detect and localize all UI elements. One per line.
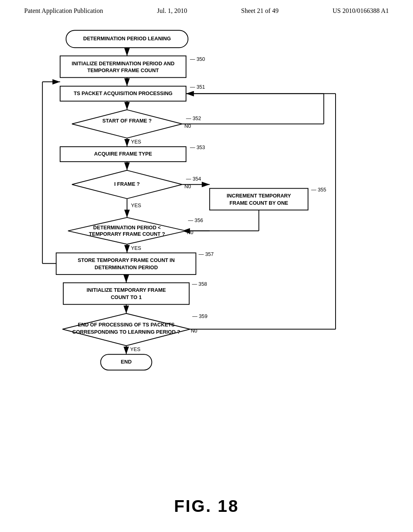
node-355 xyxy=(210,188,308,210)
node-355-text1: INCREMENT TEMPORARY xyxy=(227,193,291,199)
start-label: DETERMINATION PERIOD LEANING xyxy=(83,36,171,42)
node-357-text2: DETERMINATION PERIOD xyxy=(95,265,158,270)
node-356-label: — 356 xyxy=(188,218,203,223)
node-358-text1: INITIALIZE TEMPORARY FRAME xyxy=(87,287,166,293)
node-357-label: — 357 xyxy=(198,251,213,257)
node-354-text: I FRAME ? xyxy=(114,181,140,187)
node-354-yes: YES xyxy=(131,203,141,208)
node-350-text1: INITIALIZE DETERMINATION PERIOD AND xyxy=(72,61,175,66)
node-359-yes: YES xyxy=(130,347,140,352)
figure-label: FIG. 18 xyxy=(174,497,239,516)
node-354-label: — 354 xyxy=(186,176,201,182)
node-359-label: — 359 xyxy=(192,314,207,319)
node-352-text1: START OF FRAME ? xyxy=(102,118,152,124)
end-label: END xyxy=(121,359,132,365)
node-355-text2: FRAME COUNT BY ONE xyxy=(229,200,288,206)
flowchart-container: DETERMINATION PERIOD LEANING INITIALIZE … xyxy=(0,19,413,502)
node-359-text1: END OF PROCESSING OF TS PACKETS xyxy=(78,322,175,328)
node-351-text: TS PACKET ACQUISITION PROCESSING xyxy=(74,91,173,96)
node-353-text: ACQUIRE FRAME TYPE xyxy=(94,151,152,157)
header-publication: Patent Application Publication xyxy=(24,7,103,15)
node-356 xyxy=(68,218,186,244)
page-header: Patent Application Publication Jul. 1, 2… xyxy=(0,0,413,19)
node-359-no: N0 xyxy=(191,328,197,334)
node-350-text2: TEMPORARY FRAME COUNT xyxy=(87,68,159,73)
node-358-text2: COUNT TO 1 xyxy=(111,295,142,300)
flowchart-svg: DETERMINATION PERIOD LEANING INITIALIZE … xyxy=(0,19,413,502)
node-352 xyxy=(72,110,182,138)
node-356-yes: YES xyxy=(131,245,141,251)
node-353-label: — 353 xyxy=(190,145,205,150)
node-355-label: — 355 xyxy=(311,187,326,193)
node-359-text2: CORRESPONDING TO LEARNING PERIOD ? xyxy=(72,329,180,335)
node-350 xyxy=(60,56,186,78)
node-358 xyxy=(63,283,189,305)
node-352-label: — 352 xyxy=(186,116,201,121)
header-date: Jul. 1, 2010 xyxy=(157,7,187,15)
node-351-label: — 351 xyxy=(190,84,205,90)
node-356-no: N0 xyxy=(187,230,193,235)
node-356-text2: TEMPORARY FRAME COUNT ? xyxy=(89,231,165,237)
node-356-text1: DETERMINATION PERIOD < xyxy=(93,225,161,231)
node-357-text1: STORE TEMPORARY FRAME COUNT IN xyxy=(78,258,175,263)
node-352-yes: YES xyxy=(131,139,141,145)
header-sheet: Sheet 21 of 49 xyxy=(241,7,279,15)
header-patent: US 2010/0166388 A1 xyxy=(332,7,389,15)
node-358-label: — 358 xyxy=(192,281,207,287)
node-357 xyxy=(56,253,196,274)
node-350-label: — 350 xyxy=(190,56,205,62)
